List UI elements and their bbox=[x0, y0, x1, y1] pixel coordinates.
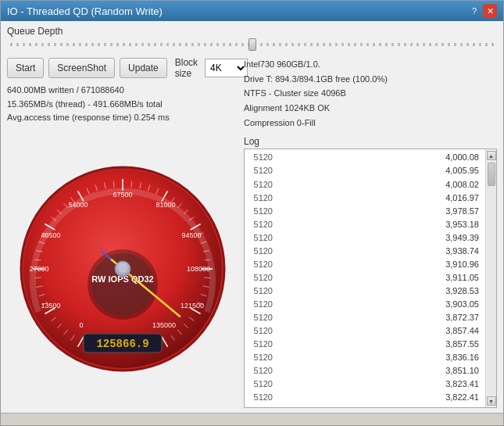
log-col-queue: 5120 bbox=[248, 178, 279, 192]
slider-thumb[interactable] bbox=[248, 38, 256, 51]
log-col-queue: 5120 bbox=[248, 271, 279, 285]
log-row: 51204,008.02 bbox=[248, 178, 482, 192]
gauge-wrapper: 0 13500 27000 40500 54000 67500 bbox=[7, 130, 238, 408]
log-col-queue: 5120 bbox=[248, 298, 279, 311]
log-col-iops: 3,822.41 bbox=[279, 391, 482, 404]
blocksize-label: Block size bbox=[175, 57, 202, 79]
log-col-iops: 3,978.57 bbox=[279, 205, 482, 218]
stats-line1: 640.00MB written / 671088640 bbox=[7, 84, 238, 98]
log-col-iops: 4,016.97 bbox=[279, 192, 482, 205]
log-row: 51203,903.05 bbox=[248, 298, 482, 311]
info-line3: NTFS - Cluster size 4096B bbox=[244, 86, 497, 101]
log-col-iops: 3,836.16 bbox=[279, 351, 482, 364]
log-section: Log 51204,000.0851204,005.9551204,008.02… bbox=[244, 136, 497, 408]
log-col-queue: 5120 bbox=[248, 245, 279, 258]
log-col-queue: 5120 bbox=[248, 351, 279, 364]
log-row: 51203,928.53 bbox=[248, 285, 482, 298]
svg-text:67500: 67500 bbox=[113, 191, 132, 199]
scrollbar-thumb[interactable] bbox=[488, 163, 495, 186]
content-area: Queue Depth Start ScreenShot Update Bloc… bbox=[1, 21, 503, 413]
svg-point-70 bbox=[119, 265, 127, 273]
log-row: 51203,953.18 bbox=[248, 218, 482, 231]
log-col-iops: 3,857.44 bbox=[279, 324, 482, 338]
log-row: 51203,949.39 bbox=[248, 231, 482, 245]
queue-depth-section: Queue Depth bbox=[7, 26, 497, 52]
log-row: 51203,836.16 bbox=[248, 351, 482, 364]
info-line1: Intel730 960GB/1.0. bbox=[244, 57, 497, 72]
log-row: 51203,823.41 bbox=[248, 378, 482, 391]
queue-depth-label: Queue Depth bbox=[7, 26, 497, 37]
info-line4: Alignment 1024KB OK bbox=[244, 101, 497, 116]
log-col-iops: 4,008.02 bbox=[279, 178, 482, 192]
screenshot-button[interactable]: ScreenShot bbox=[48, 58, 115, 78]
stats-line2: 15.365MB/s (thread) - 491.668MB/s total bbox=[7, 98, 238, 112]
title-bar: IO - Threaded QD (Random Write) ? ✕ bbox=[1, 1, 503, 21]
log-row: 51203,857.44 bbox=[248, 324, 482, 338]
svg-text:125866.9: 125866.9 bbox=[96, 338, 148, 350]
window-title: IO - Threaded QD (Random Write) bbox=[7, 5, 163, 17]
blocksize-select[interactable]: 4K 512B 1K 2K 8K 16K 32K 64K bbox=[205, 59, 248, 77]
log-row: 51203,826.33 bbox=[248, 404, 482, 407]
log-col-queue: 5120 bbox=[248, 364, 279, 378]
log-col-iops: 3,910.96 bbox=[279, 258, 482, 271]
close-button[interactable]: ✕ bbox=[483, 4, 497, 18]
log-col-iops: 3,911.05 bbox=[279, 271, 482, 285]
log-col-iops: 4,000.08 bbox=[279, 151, 482, 164]
slider-track[interactable] bbox=[10, 43, 494, 46]
svg-text:27000: 27000 bbox=[29, 265, 48, 273]
svg-text:108000: 108000 bbox=[186, 265, 209, 273]
log-content: 51204,000.0851204,005.9551204,008.025120… bbox=[245, 149, 485, 407]
info-line5: Compression 0-Fill bbox=[244, 116, 497, 131]
log-col-queue: 5120 bbox=[248, 164, 279, 177]
log-col-queue: 5120 bbox=[248, 231, 279, 245]
main-area: Start ScreenShot Update Block size 4K 51… bbox=[7, 57, 497, 408]
scrollbar-track[interactable] bbox=[487, 161, 496, 396]
log-row: 51203,910.96 bbox=[248, 258, 482, 271]
log-col-queue: 5120 bbox=[248, 311, 279, 324]
log-col-iops: 3,851.10 bbox=[279, 364, 482, 378]
log-label: Log bbox=[244, 136, 497, 147]
svg-text:13500: 13500 bbox=[41, 302, 60, 310]
log-col-queue: 5120 bbox=[248, 192, 279, 205]
log-row: 51204,005.95 bbox=[248, 164, 482, 177]
log-col-iops: 3,872.37 bbox=[279, 311, 482, 324]
log-container: 51204,000.0851204,005.9551204,008.025120… bbox=[244, 149, 497, 408]
left-panel: Start ScreenShot Update Block size 4K 51… bbox=[7, 57, 238, 408]
log-col-queue: 5120 bbox=[248, 285, 279, 298]
svg-text:135000: 135000 bbox=[152, 321, 175, 329]
log-col-iops: 3,826.33 bbox=[279, 404, 482, 407]
start-button[interactable]: Start bbox=[7, 58, 44, 78]
log-row: 51204,000.08 bbox=[248, 151, 482, 164]
log-col-queue: 5120 bbox=[248, 404, 279, 407]
log-row: 51203,911.05 bbox=[248, 271, 482, 285]
help-button[interactable]: ? bbox=[467, 4, 481, 18]
log-row: 51203,857.55 bbox=[248, 338, 482, 351]
log-col-queue: 5120 bbox=[248, 218, 279, 231]
gauge-svg: 0 13500 27000 40500 54000 67500 bbox=[17, 163, 228, 374]
bottom-bar bbox=[1, 413, 503, 425]
log-row: 51203,822.41 bbox=[248, 391, 482, 404]
main-window: IO - Threaded QD (Random Write) ? ✕ Queu… bbox=[0, 0, 504, 426]
log-col-queue: 5120 bbox=[248, 151, 279, 164]
scrollbar-down-button[interactable]: ▼ bbox=[487, 396, 496, 406]
blocksize-group: Block size 4K 512B 1K 2K 8K 16K 32K 64K bbox=[175, 57, 248, 79]
info-section: Intel730 960GB/1.0. Drive T: 894.3/894.1… bbox=[244, 57, 497, 130]
title-bar-buttons: ? ✕ bbox=[467, 4, 497, 18]
svg-text:121500: 121500 bbox=[180, 302, 203, 310]
log-col-iops: 4,005.95 bbox=[279, 164, 482, 177]
log-col-iops: 3,857.55 bbox=[279, 338, 482, 351]
scrollbar-up-button[interactable]: ▲ bbox=[487, 151, 496, 160]
log-col-iops: 3,949.39 bbox=[279, 231, 482, 245]
log-row: 51203,978.57 bbox=[248, 205, 482, 218]
log-col-queue: 5120 bbox=[248, 378, 279, 391]
log-col-iops: 3,953.18 bbox=[279, 218, 482, 231]
gauge-container: 0 13500 27000 40500 54000 67500 bbox=[17, 163, 228, 374]
log-scrollbar: ▲ ▼ bbox=[485, 149, 496, 407]
slider-container bbox=[7, 43, 497, 46]
stats-section: 640.00MB written / 671088640 15.365MB/s … bbox=[7, 84, 238, 125]
log-col-iops: 3,823.41 bbox=[279, 378, 482, 391]
controls-row: Start ScreenShot Update Block size 4K 51… bbox=[7, 57, 238, 79]
svg-text:54000: 54000 bbox=[68, 201, 88, 209]
update-button[interactable]: Update bbox=[120, 58, 167, 78]
svg-text:0: 0 bbox=[79, 321, 83, 329]
